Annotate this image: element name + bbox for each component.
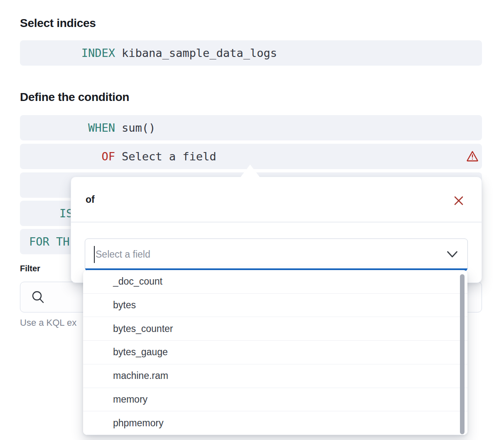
of-keyword: OF: [20, 144, 115, 169]
option-bytes[interactable]: bytes: [83, 294, 467, 317]
define-condition-heading: Define the condition: [20, 91, 129, 104]
field-combobox[interactable]: Select a field: [85, 238, 468, 271]
of-value: Select a field: [122, 144, 216, 169]
when-keyword: WHEN: [20, 115, 115, 140]
option-phpmemory[interactable]: phpmemory: [83, 411, 467, 435]
when-expression-button[interactable]: WHEN sum(): [20, 115, 482, 140]
popover-title-divider: [71, 222, 482, 222]
option-bytes-gauge[interactable]: bytes_gauge: [83, 341, 467, 364]
for-the-last-keyword: FOR TH: [29, 229, 70, 254]
search-icon: [31, 290, 45, 305]
filter-label: Filter: [20, 264, 40, 273]
option-memory[interactable]: memory: [83, 388, 467, 412]
when-value: sum(): [122, 115, 155, 140]
popover-arrow: [241, 165, 260, 177]
combobox-placeholder: Select a field: [96, 239, 150, 270]
index-expression-button[interactable]: INDEX kibana_sample_data_logs: [20, 40, 482, 66]
kql-helper-text: Use a KQL ex: [20, 317, 76, 328]
index-keyword: INDEX: [20, 40, 115, 66]
scrollbar-thumb[interactable]: [460, 274, 465, 434]
select-indices-heading: Select indices: [20, 17, 96, 30]
index-value: kibana_sample_data_logs: [122, 40, 277, 66]
close-popover-button[interactable]: [450, 192, 467, 209]
text-caret: [94, 246, 95, 263]
of-popover: of Select a field: [71, 177, 482, 283]
option-bytes-counter[interactable]: bytes_counter: [83, 317, 467, 341]
field-options-listbox: _doc_count bytes bytes_counter bytes_gau…: [83, 270, 467, 435]
warning-triangle-icon: [466, 150, 479, 162]
popover-title: of: [86, 177, 95, 222]
chevron-down-icon[interactable]: [447, 251, 458, 260]
close-icon: [454, 196, 464, 206]
option-doc-count[interactable]: _doc_count: [83, 270, 467, 294]
option-machine-ram[interactable]: machine.ram: [83, 364, 467, 388]
